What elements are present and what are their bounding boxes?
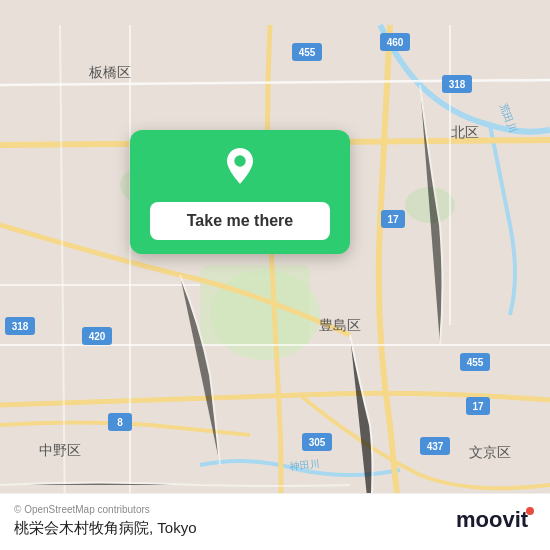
svg-text:8: 8 [117,417,123,428]
svg-text:455: 455 [299,47,316,58]
svg-text:318: 318 [12,321,29,332]
attribution-text: © OpenStreetMap contributors [14,504,197,515]
popup-card: Take me there [130,130,350,254]
svg-text:17: 17 [472,401,484,412]
location-pin-icon [218,148,262,192]
moovit-logo: moovit [456,505,536,538]
svg-text:455: 455 [467,357,484,368]
svg-text:318: 318 [449,79,466,90]
svg-text:豊島区: 豊島区 [319,317,361,333]
moovit-logo-text: moovit [456,505,536,538]
bottom-left-info: © OpenStreetMap contributors 桃栄会木村牧角病院, … [14,504,197,538]
svg-text:北区: 北区 [451,124,479,140]
svg-text:文京区: 文京区 [469,444,511,460]
bottom-bar: © OpenStreetMap contributors 桃栄会木村牧角病院, … [0,493,550,550]
svg-text:moovit: moovit [456,507,529,532]
svg-text:437: 437 [427,441,444,452]
svg-text:305: 305 [309,437,326,448]
moovit-logo-svg: moovit [456,505,536,533]
svg-text:17: 17 [387,214,399,225]
svg-rect-4 [200,265,310,345]
svg-point-43 [526,507,534,515]
svg-text:中野区: 中野区 [39,442,81,458]
map-container: 460 318 455 17 455 318 420 8 17 305 437 … [0,0,550,550]
take-me-there-button[interactable]: Take me there [150,202,330,240]
svg-text:420: 420 [89,331,106,342]
svg-text:板橋区: 板橋区 [88,64,131,80]
svg-point-41 [234,155,245,166]
location-name: 桃栄会木村牧角病院, Tokyo [14,519,197,538]
map-background: 460 318 455 17 455 318 420 8 17 305 437 … [0,0,550,550]
svg-text:460: 460 [387,37,404,48]
